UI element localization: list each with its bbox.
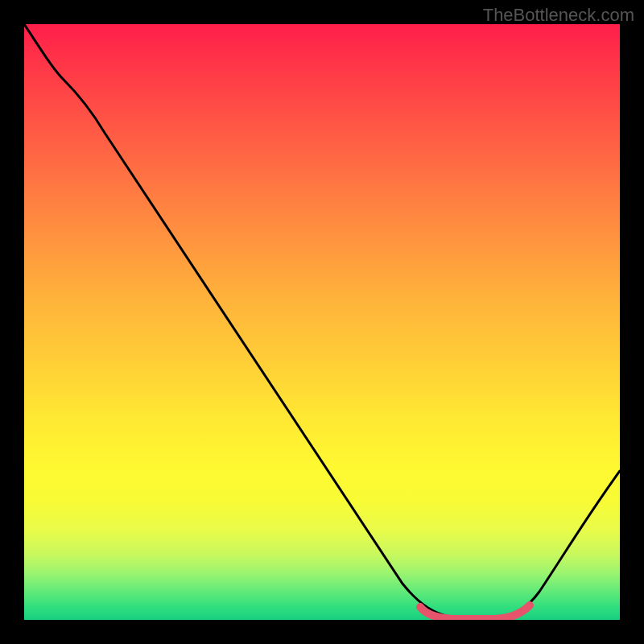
bottleneck-curve-path: [24, 24, 620, 618]
chart-plot-area: [24, 24, 620, 620]
watermark-text: TheBottleneck.com: [483, 5, 634, 26]
bottleneck-curve-svg: [24, 24, 620, 620]
